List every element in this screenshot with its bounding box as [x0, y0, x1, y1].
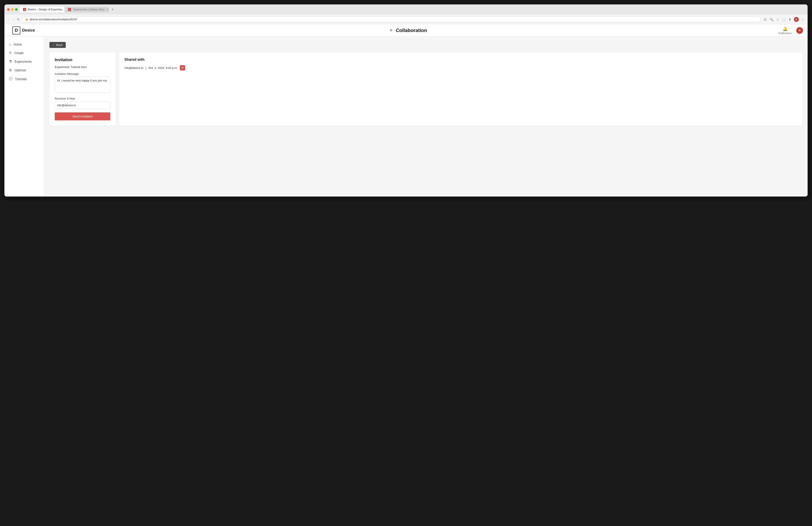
sidebar-item-create[interactable]: ✎ Create [4, 48, 44, 57]
sidebar-label-create: Create [14, 51, 24, 55]
user-avatar[interactable]: R [796, 27, 803, 34]
shared-with-title: Shared with [125, 58, 797, 61]
sidebar-item-optimize[interactable]: ⚙ Optimze [4, 66, 44, 74]
shared-date: Oct. 2, 2024, 8:42 p.m. [148, 66, 178, 70]
shared-separator: | [145, 66, 146, 70]
app-body: ⌂ Home ✎ Create ⚗ Experiments ⚙ Optimze … [4, 37, 808, 197]
remove-shared-button[interactable]: × [180, 65, 185, 70]
header-left: ≡ Collaboration [390, 28, 427, 33]
sidebar-label-home: Home [14, 43, 22, 46]
page-title: Collaboration [396, 28, 427, 33]
tab-favicon-2: D [68, 8, 71, 11]
shared-entry: info@desice.io | Oct. 2, 2024, 8:42 p.m.… [125, 65, 797, 70]
tab-bar: D Desice – Design of Experime… ✕ D Tutor… [20, 6, 805, 12]
window-controls [7, 8, 18, 11]
experiments-icon: ⚗ [9, 59, 12, 63]
tab-inactive[interactable]: D Tutorial Intro | Desice Docs ✕ [65, 6, 109, 12]
minimize-dot[interactable] [11, 8, 14, 11]
send-invitation-button[interactable]: Send invitation [55, 112, 110, 120]
message-textarea[interactable]: Hi, I would be very happy if you join my [55, 77, 110, 93]
forward-arrow[interactable]: › [12, 17, 15, 22]
extensions-icon[interactable]: ⬚ [782, 17, 786, 22]
search-icon[interactable]: 🔍 [769, 17, 773, 22]
user-avatar-nav[interactable]: R [794, 17, 799, 22]
optimize-icon: ⚙ [9, 68, 12, 72]
tab-label-2: Tutorial Intro | Desice Docs [73, 8, 105, 11]
experiment-name: Experiment: Tutorial Intro [55, 65, 110, 69]
tab-favicon-1: D [23, 8, 26, 11]
logo-icon: D [12, 27, 20, 34]
home-icon: ⌂ [9, 42, 11, 46]
invitation-title: Invitation [55, 58, 110, 62]
bell-icon: 🔔 [783, 27, 787, 31]
sidebar-item-experiments[interactable]: ⚗ Experiments [4, 57, 44, 66]
sidebar-label-optimize: Optimze [15, 69, 26, 72]
download-icon[interactable]: ⬇ [788, 17, 792, 22]
nav-actions: ⊡ 🔍 ☆ ⬚ ⬇ R ⋮ [763, 17, 805, 22]
header-right: 🔔 Notifications R [779, 27, 803, 34]
hamburger-menu[interactable]: ≡ [390, 28, 392, 33]
main-content: ← Back Invitation Experiment: Tutorial I… [44, 37, 808, 197]
app-header: D Desice ≡ Collaboration 🔔 Notifications… [4, 24, 808, 37]
create-icon: ✎ [9, 51, 12, 55]
notifications-button[interactable]: 🔔 Notifications [779, 27, 792, 34]
sidebar-item-home[interactable]: ⌂ Home [4, 40, 44, 48]
browser-nav: ‹ › ↻ 🔒 desice.io/collaboration/invitati… [4, 15, 808, 24]
address-bar[interactable]: 🔒 desice.io/collaboration/invitation/524… [22, 16, 761, 22]
receiver-label: Receiver E-Mail [55, 97, 110, 100]
tutorials-icon: ⓘ [9, 76, 12, 81]
invitation-panel: Invitation Experiment: Tutorial Intro In… [49, 52, 116, 126]
sidebar-label-tutorials: Tutorials [15, 77, 27, 81]
bookmark-icon[interactable]: ☆ [775, 17, 780, 22]
sidebar: ⌂ Home ✎ Create ⚗ Experiments ⚙ Optimze … [4, 37, 44, 197]
translate-icon[interactable]: ⊡ [763, 17, 767, 22]
logo-text: Desice [22, 28, 35, 33]
back-button[interactable]: ← Back [49, 42, 66, 48]
tab-active[interactable]: D Desice – Design of Experime… ✕ [20, 6, 64, 12]
sidebar-item-tutorials[interactable]: ⓘ Tutorials [4, 74, 44, 84]
logo-area: D Desice [9, 27, 39, 34]
sidebar-label-experiments: Experiments [15, 60, 32, 63]
shared-with-panel: Shared with info@desice.io | Oct. 2, 202… [119, 52, 802, 126]
back-arrow[interactable]: ‹ [7, 17, 10, 22]
receiver-email-input[interactable] [55, 102, 110, 109]
shared-email: info@desice.io [125, 66, 143, 70]
new-tab-button[interactable]: + [110, 6, 115, 12]
message-label: Invitation Message [55, 72, 110, 75]
app-container: D Desice ≡ Collaboration 🔔 Notifications… [4, 24, 808, 197]
tab-label-1: Desice – Design of Experime… [28, 8, 64, 11]
notifications-label: Notifications [779, 32, 792, 34]
lock-icon: 🔒 [25, 18, 28, 21]
refresh-button[interactable]: ↻ [17, 18, 20, 21]
address-text: desice.io/collaboration/invitation/5247 [30, 18, 77, 21]
maximize-dot[interactable] [15, 8, 18, 11]
menu-icon[interactable]: ⋮ [800, 17, 805, 22]
content-panels: Invitation Experiment: Tutorial Intro In… [49, 52, 802, 126]
close-dot[interactable] [7, 8, 10, 11]
tab-close-2[interactable]: ✕ [106, 8, 108, 11]
